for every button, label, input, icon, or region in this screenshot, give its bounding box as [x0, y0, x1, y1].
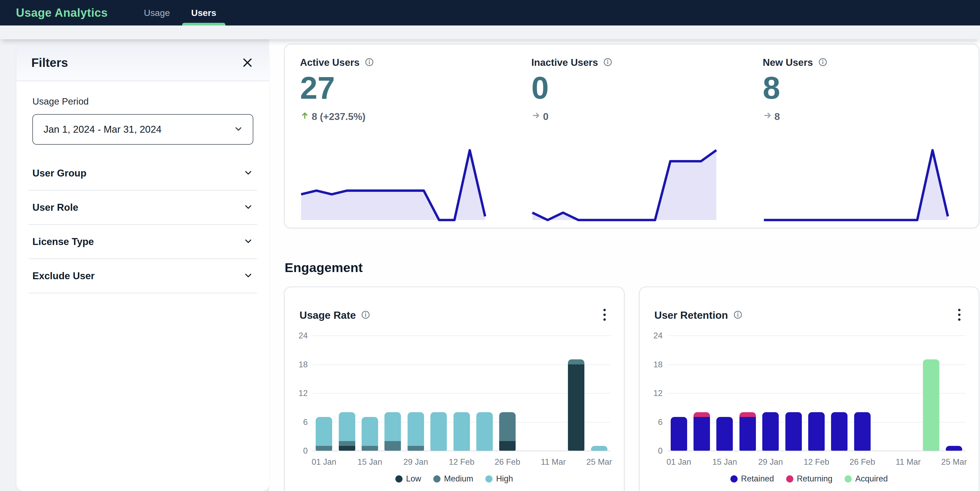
chevron-down-icon	[234, 124, 243, 135]
kebab-menu-icon[interactable]	[600, 306, 609, 324]
accordion-user-group[interactable]: User Group	[29, 156, 257, 191]
x-axis-tick: 01 Jan	[660, 457, 697, 467]
bar-29-jan[interactable]	[762, 412, 779, 451]
gridline	[668, 335, 966, 336]
chart-title: User Retention	[654, 310, 728, 321]
gridline	[312, 335, 611, 336]
bar-15-jan[interactable]	[716, 417, 733, 451]
legend-item-retained[interactable]: Retained	[730, 474, 774, 483]
bar-25-mar[interactable]	[591, 446, 608, 451]
bar-12-feb[interactable]	[808, 412, 825, 451]
legend-item-high[interactable]: High	[485, 474, 513, 483]
x-axis-tick: 12 Feb	[443, 457, 480, 467]
x-axis-tick: 15 Jan	[706, 457, 743, 467]
bar-segment-high	[385, 412, 401, 441]
bar-26-feb[interactable]	[854, 412, 870, 451]
kpi-value: 27	[300, 71, 335, 105]
kpi-value: 8	[763, 71, 780, 105]
bar-08-jan[interactable]	[694, 412, 710, 451]
bar-segment-retained	[716, 417, 733, 451]
x-axis-tick: 26 Feb	[844, 457, 881, 467]
bar-segment-retained	[808, 412, 825, 451]
engagement-charts: Usage Rate 0612182401 Jan15 Jan29 Jan12 …	[284, 287, 979, 491]
y-axis-tick: 12	[641, 389, 663, 398]
x-axis-tick: 11 Mar	[890, 457, 927, 467]
gridline	[312, 451, 611, 451]
sparkline-inactive-users	[531, 146, 718, 221]
plot-area: 0612182401 Jan15 Jan29 Jan12 Feb26 Feb11…	[668, 336, 966, 451]
kpi-inactive-users: Inactive Users 0 0	[516, 44, 747, 228]
sparkline-new-users	[763, 146, 949, 221]
kebab-menu-icon[interactable]	[955, 306, 964, 324]
info-icon[interactable]	[603, 57, 612, 68]
bar-segment-high	[476, 412, 493, 451]
info-icon[interactable]	[361, 310, 370, 320]
y-axis-tick: 6	[286, 418, 308, 427]
legend-label: Low	[406, 474, 421, 483]
bar-05-feb[interactable]	[785, 412, 802, 451]
bar-15-jan[interactable]	[362, 417, 378, 451]
bar-05-feb[interactable]	[430, 412, 447, 451]
chart-legend: RetainedReturningAcquired	[640, 473, 979, 485]
trend-flat-icon	[531, 111, 541, 122]
accordion-exclude-user[interactable]: Exclude User	[29, 259, 257, 293]
bar-01-jan[interactable]	[316, 417, 332, 451]
chevron-down-icon	[243, 202, 253, 213]
close-icon[interactable]	[240, 56, 255, 70]
kpi-title: Active Users	[300, 57, 360, 68]
bar-19-feb[interactable]	[831, 412, 848, 451]
gridline	[312, 364, 611, 365]
legend-dot	[845, 475, 852, 483]
usage-rate-card: Usage Rate 0612182401 Jan15 Jan29 Jan12 …	[284, 287, 624, 491]
bar-segment-acquired	[923, 359, 939, 451]
trend-up-icon	[300, 111, 310, 122]
bar-18-mar[interactable]	[923, 359, 939, 451]
bar-segment-high	[362, 417, 378, 446]
tab-usage[interactable]: Usage	[133, 0, 181, 25]
bar-01-jan[interactable]	[671, 417, 687, 451]
app-title: Usage Analytics	[0, 6, 108, 19]
bar-19-feb[interactable]	[476, 412, 493, 451]
bar-segment-medium	[339, 441, 355, 446]
bar-08-jan[interactable]	[339, 412, 355, 451]
bar-18-mar[interactable]	[568, 359, 584, 451]
top-navbar: Usage Analytics Usage Users	[0, 0, 980, 25]
bar-segment-retained	[762, 412, 779, 451]
legend-label: High	[496, 474, 513, 483]
bar-segment-medium	[362, 446, 378, 451]
filters-header: Filters	[16, 44, 269, 81]
info-icon[interactable]	[365, 57, 374, 68]
legend-item-returning[interactable]: Returning	[786, 474, 832, 483]
tab-users[interactable]: Users	[181, 0, 227, 25]
x-axis-tick: 29 Jan	[397, 457, 434, 467]
bar-25-mar[interactable]	[946, 446, 962, 451]
nav-tabs: Usage Users	[133, 0, 227, 25]
bar-29-jan[interactable]	[407, 412, 424, 451]
page-body: Filters Usage Period Jan 1, 2024 - Mar 3…	[0, 25, 980, 491]
usage-period-select[interactable]: Jan 1, 2024 - Mar 31, 2024	[32, 114, 253, 145]
legend-item-low[interactable]: Low	[395, 474, 421, 483]
bar-22-jan[interactable]	[740, 412, 756, 451]
info-icon[interactable]	[818, 57, 827, 68]
bar-26-feb[interactable]	[499, 412, 515, 451]
legend-dot	[730, 475, 738, 483]
legend-item-medium[interactable]: Medium	[433, 474, 473, 483]
bar-segment-retained	[946, 446, 962, 451]
left-gutter	[0, 25, 16, 491]
bar-segment-low	[499, 441, 515, 451]
info-icon[interactable]	[733, 310, 742, 320]
bar-segment-retained	[785, 412, 802, 451]
y-axis-tick: 0	[641, 447, 663, 455]
accordion-user-role[interactable]: User Role	[29, 191, 257, 225]
bar-segment-retained	[854, 412, 870, 451]
bar-segment-medium	[499, 412, 515, 441]
bar-segment-high	[339, 412, 355, 441]
accordion-license-type[interactable]: License Type	[29, 225, 257, 259]
legend-label: Retained	[741, 474, 774, 483]
chevron-down-icon	[243, 236, 253, 247]
y-axis-tick: 24	[286, 331, 308, 340]
y-axis-tick: 18	[286, 360, 308, 369]
bar-22-jan[interactable]	[385, 412, 401, 451]
legend-item-acquired[interactable]: Acquired	[845, 474, 888, 483]
bar-12-feb[interactable]	[453, 412, 470, 451]
